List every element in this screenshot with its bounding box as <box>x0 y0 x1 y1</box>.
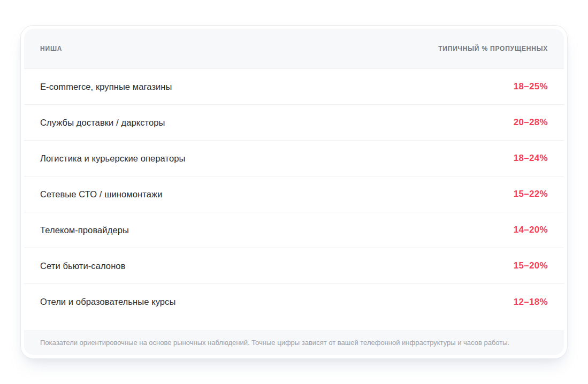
missed-percent-value: 18–25% <box>514 81 548 92</box>
niche-cell: Службы доставки / дарксторы <box>40 118 165 128</box>
niche-cell: E-commerce, крупные магазины <box>40 82 172 92</box>
table-footnote: Показатели ориентировочные на основе рын… <box>40 337 548 348</box>
niche-cell: Телеком-провайдеры <box>40 225 129 235</box>
table-body: E-commerce, крупные магазины 18–25% Служ… <box>24 69 564 331</box>
table-row: Службы доставки / дарксторы 20–28% <box>24 105 564 141</box>
table-row: E-commerce, крупные магазины 18–25% <box>24 69 564 105</box>
table-row: Логистика и курьерские операторы 18–24% <box>24 141 564 176</box>
table-row: Отели и образовательные курсы 12–18% <box>24 284 564 320</box>
table-row: Телеком-провайдеры 14–20% <box>24 212 564 248</box>
missed-calls-table-card: НИША ТИПИЧНЫЙ % ПРОПУЩЕННЫХ E-commerce, … <box>20 25 568 359</box>
table-row: Сетевые СТО / шиномонтажи 15–22% <box>24 176 564 212</box>
missed-percent-value: 15–20% <box>514 260 548 271</box>
niche-cell: Логистика и курьерские операторы <box>40 153 186 164</box>
missed-percent-value: 18–24% <box>514 153 548 164</box>
table-row: Сети бьюти-салонов 15–20% <box>24 248 564 284</box>
missed-percent-value: 12–18% <box>514 297 548 308</box>
niche-table: НИША ТИПИЧНЫЙ % ПРОПУЩЕННЫХ E-commerce, … <box>24 29 564 355</box>
niche-cell: Сетевые СТО / шиномонтажи <box>40 189 162 199</box>
niche-cell: Отели и образовательные курсы <box>40 297 175 307</box>
column-header-niche: НИША <box>40 45 62 52</box>
niche-cell: Сети бьюти-салонов <box>40 261 126 271</box>
table-footer: Показатели ориентировочные на основе рын… <box>24 331 564 356</box>
missed-percent-value: 15–22% <box>514 189 548 199</box>
missed-percent-value: 14–20% <box>514 225 548 235</box>
table-header-row: НИША ТИПИЧНЫЙ % ПРОПУЩЕННЫХ <box>24 29 564 69</box>
column-header-missed-percent: ТИПИЧНЫЙ % ПРОПУЩЕННЫХ <box>438 45 548 52</box>
missed-percent-value: 20–28% <box>514 117 548 128</box>
